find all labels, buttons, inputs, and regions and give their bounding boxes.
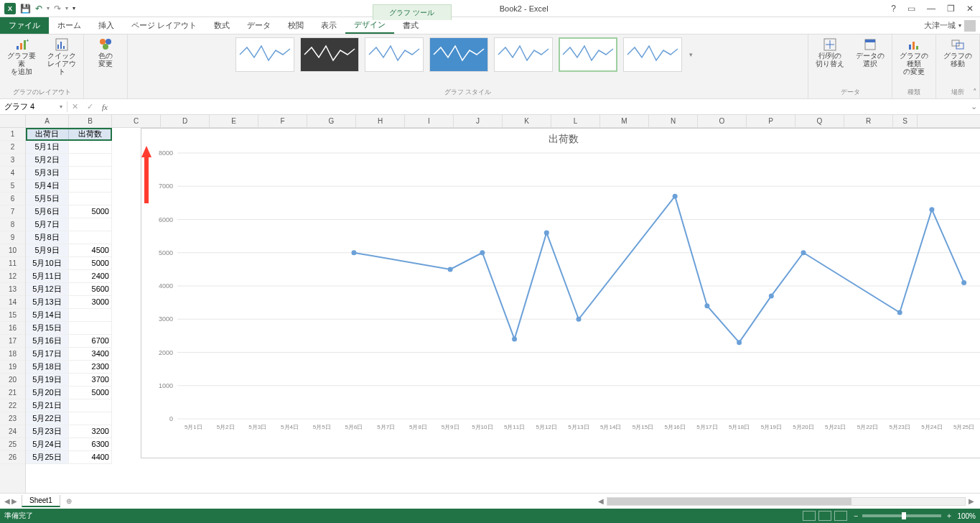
- col-header[interactable]: P: [747, 115, 795, 127]
- cell[interactable]: 出荷数: [69, 128, 112, 141]
- cell[interactable]: 2300: [69, 361, 112, 374]
- cell[interactable]: 5月4日: [26, 180, 69, 193]
- row-header[interactable]: 26: [0, 451, 25, 464]
- cell[interactable]: 5月19日: [26, 374, 69, 387]
- cell[interactable]: 6700: [69, 335, 112, 348]
- cell[interactable]: 5月6日: [26, 205, 69, 218]
- help-icon[interactable]: ?: [889, 3, 898, 14]
- tab-data[interactable]: データ: [238, 17, 279, 34]
- col-header[interactable]: S: [893, 115, 918, 127]
- row-header[interactable]: 21: [0, 387, 25, 399]
- row-header[interactable]: 24: [0, 425, 25, 438]
- col-header[interactable]: G: [307, 115, 356, 127]
- add-chart-element-button[interactable]: + グラフ要素 を追加: [4, 37, 39, 75]
- cell[interactable]: 5000: [69, 387, 112, 399]
- column-headers[interactable]: ABCDEFGHIJKLMNOPQRS: [0, 115, 980, 128]
- row-header[interactable]: 16: [0, 322, 25, 335]
- restore-icon[interactable]: ❐: [945, 3, 957, 14]
- cell[interactable]: [69, 154, 112, 167]
- col-header[interactable]: C: [112, 115, 161, 127]
- cell[interactable]: 5600: [69, 283, 112, 296]
- select-all-corner[interactable]: [0, 115, 26, 127]
- cell[interactable]: 4500: [69, 244, 112, 257]
- chart-style-thumb[interactable]: [235, 37, 294, 72]
- col-header[interactable]: D: [161, 115, 210, 127]
- col-header[interactable]: Q: [795, 115, 844, 127]
- cell[interactable]: 6300: [69, 438, 112, 451]
- row-header[interactable]: 3: [0, 154, 25, 167]
- row-headers[interactable]: 1234567891011121314151617181920212223242…: [0, 128, 26, 493]
- change-colors-button[interactable]: 色の 変更: [88, 37, 123, 68]
- col-header[interactable]: F: [258, 115, 307, 127]
- close-icon[interactable]: ✕: [964, 3, 976, 14]
- row-header[interactable]: 9: [0, 231, 25, 244]
- row-header[interactable]: 10: [0, 244, 25, 257]
- horizontal-scrollbar[interactable]: ◀ ▶: [78, 497, 980, 506]
- cell[interactable]: [69, 231, 112, 244]
- zoom-control[interactable]: − ＋ 100%: [854, 511, 976, 521]
- tab-scroll-left-icon[interactable]: ◀: [4, 497, 10, 505]
- qat-customize-icon[interactable]: ▾: [73, 5, 75, 11]
- cell[interactable]: 5月22日: [26, 412, 69, 425]
- cell[interactable]: [69, 180, 112, 193]
- cell[interactable]: 5月7日: [26, 218, 69, 231]
- col-header[interactable]: K: [503, 115, 551, 127]
- cell[interactable]: 5月20日: [26, 387, 69, 399]
- col-header[interactable]: B: [69, 115, 112, 127]
- ribbon-options-icon[interactable]: ▭: [905, 3, 918, 14]
- cell[interactable]: 3000: [69, 296, 112, 309]
- cell[interactable]: 5月8日: [26, 231, 69, 244]
- view-switcher[interactable]: [803, 511, 847, 521]
- col-header[interactable]: H: [356, 115, 405, 127]
- row-header[interactable]: 12: [0, 270, 25, 283]
- cell[interactable]: 5月12日: [26, 283, 69, 296]
- row-header[interactable]: 13: [0, 283, 25, 296]
- cell[interactable]: [69, 193, 112, 205]
- cell[interactable]: 3400: [69, 348, 112, 361]
- select-data-button[interactable]: データの 選択: [853, 37, 887, 68]
- style-gallery-more-icon[interactable]: ▾: [689, 37, 701, 72]
- tab-page-layout[interactable]: ページ レイアウト: [123, 17, 205, 34]
- cell[interactable]: [69, 218, 112, 231]
- row-header[interactable]: 15: [0, 309, 25, 322]
- col-header[interactable]: L: [551, 115, 600, 127]
- row-header[interactable]: 19: [0, 361, 25, 374]
- col-header[interactable]: A: [26, 115, 69, 127]
- cell[interactable]: 5月13日: [26, 296, 69, 309]
- cell[interactable]: 3200: [69, 425, 112, 438]
- move-chart-button[interactable]: グラフの 移動: [941, 37, 975, 68]
- row-header[interactable]: 5: [0, 180, 25, 193]
- row-header[interactable]: 20: [0, 374, 25, 387]
- cell[interactable]: 5月1日: [26, 141, 69, 154]
- cell[interactable]: [69, 309, 112, 322]
- cell[interactable]: 2400: [69, 270, 112, 283]
- expand-formula-bar-icon[interactable]: ⌄: [967, 102, 980, 111]
- col-header[interactable]: E: [210, 115, 258, 127]
- cell[interactable]: 5月23日: [26, 425, 69, 438]
- row-header[interactable]: 7: [0, 205, 25, 218]
- cell[interactable]: [69, 141, 112, 154]
- cell[interactable]: 5月14日: [26, 309, 69, 322]
- cell[interactable]: 出荷日: [26, 128, 69, 141]
- cell[interactable]: 5月5日: [26, 193, 69, 205]
- cell[interactable]: 5月15日: [26, 322, 69, 335]
- col-header[interactable]: J: [454, 115, 503, 127]
- cell[interactable]: 5000: [69, 205, 112, 218]
- cell[interactable]: 5月2日: [26, 154, 69, 167]
- new-sheet-button[interactable]: ⊕: [60, 496, 78, 506]
- cell[interactable]: 5月24日: [26, 438, 69, 451]
- row-header[interactable]: 6: [0, 193, 25, 205]
- row-header[interactable]: 4: [0, 167, 25, 180]
- col-header[interactable]: N: [649, 115, 698, 127]
- col-header[interactable]: O: [698, 115, 747, 127]
- row-header[interactable]: 2: [0, 141, 25, 154]
- sheet-tab[interactable]: Sheet1: [22, 495, 60, 507]
- chart-style-gallery[interactable]: ▾: [235, 37, 701, 72]
- row-header[interactable]: 22: [0, 399, 25, 412]
- row-header[interactable]: 25: [0, 438, 25, 451]
- chart-style-thumb[interactable]: [494, 37, 553, 72]
- cell[interactable]: 5月17日: [26, 348, 69, 361]
- cell[interactable]: 5月16日: [26, 335, 69, 348]
- quick-layout-button[interactable]: クイック レイアウト: [45, 37, 79, 75]
- chart-style-thumb[interactable]: [429, 37, 488, 72]
